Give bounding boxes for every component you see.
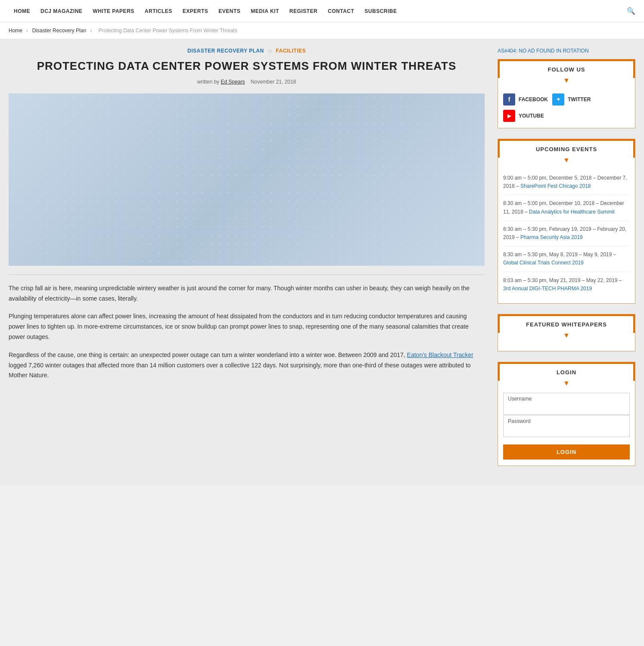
nav-home[interactable]: HOME xyxy=(9,8,35,14)
event-item-2: 8:30 am – 5:00 pm, December 10, 2018 – D… xyxy=(503,195,630,221)
facebook-follow[interactable]: f FACEBOOK xyxy=(503,93,548,106)
events-arrow: ▼ xyxy=(498,157,635,164)
follow-us-arrow: ▼ xyxy=(498,77,635,84)
follow-us-body: f FACEBOOK ✦ TWITTER ▶ YOUTUBE xyxy=(498,84,635,128)
article-paragraph-1: The crisp fall air is here, meaning unpr… xyxy=(9,283,485,304)
follow-us-header: FOLLOW US xyxy=(498,59,635,78)
password-input[interactable] xyxy=(504,425,629,437)
breadcrumb-sep-2: › xyxy=(90,28,92,34)
nav-register[interactable]: REGISTER xyxy=(284,8,323,14)
blackout-tracker-link[interactable]: Eaton's Blackout Tracker xyxy=(407,351,473,358)
upcoming-events-header: UPCOMING EVENTS xyxy=(498,139,635,158)
twitter-follow[interactable]: ✦ TWITTER xyxy=(552,93,591,106)
event-1-link[interactable]: SharePoint Fest Chicago 2018 xyxy=(520,183,591,189)
event-2-link[interactable]: Data Analytics for Healthcare Summit xyxy=(529,209,615,215)
meta-written-by: written by xyxy=(197,79,219,85)
nav-contact[interactable]: CONTACT xyxy=(323,8,359,14)
event-5-time: 8:03 am – 5:30 pm, May 21, 2019 – May 22… xyxy=(503,277,622,283)
password-field-wrap: Password xyxy=(503,415,630,437)
tag-facilities[interactable]: FACILITIES xyxy=(276,48,306,54)
facebook-icon: f xyxy=(503,93,515,106)
sidebar: AS#404: NO AD FOUND IN ROTATION FOLLOW U… xyxy=(498,48,635,476)
twitter-label: TWITTER xyxy=(568,96,591,102)
youtube-label: YOUTUBE xyxy=(519,113,544,119)
whitepapers-body xyxy=(498,339,635,351)
youtube-icon: ▶ xyxy=(503,110,515,122)
event-4-link[interactable]: Global Clinical Trials Connect 2019 xyxy=(503,260,584,266)
article-featured-image xyxy=(9,93,485,266)
event-5-link[interactable]: 3rd Annual DIGI-TECH PHARMA 2019 xyxy=(503,286,592,292)
event-3-link[interactable]: Pharma Security Asia 2019 xyxy=(520,234,583,240)
nav-experts[interactable]: EXPERTS xyxy=(177,8,214,14)
login-button[interactable]: LOGIN xyxy=(503,444,630,460)
follow-us-section: FOLLOW US ▼ f FACEBOOK ✦ TWITTER ▶ YOUTU… xyxy=(498,59,635,128)
article-tags: DISASTER RECOVERY PLAN ◇ FACILITIES xyxy=(9,48,485,54)
featured-whitepapers-section: FEATURED WHITEPAPERS ▼ xyxy=(498,314,635,351)
top-navigation: HOME DCJ MAGAZINE WHITE PAPERS ARTICLES … xyxy=(0,0,644,22)
nav-white-papers[interactable]: WHITE PAPERS xyxy=(87,8,139,14)
main-container: DISASTER RECOVERY PLAN ◇ FACILITIES PROT… xyxy=(0,39,644,485)
article-area: DISASTER RECOVERY PLAN ◇ FACILITIES PROT… xyxy=(9,48,485,476)
tag-separator: ◇ xyxy=(268,48,272,54)
nav-subscribe[interactable]: SUBSCRIBE xyxy=(359,8,402,14)
event-item-3: 8:30 am – 5:30 pm, February 19, 2019 – F… xyxy=(503,221,630,246)
upcoming-events-section: UPCOMING EVENTS ▼ 9:00 am – 5:00 pm, Dec… xyxy=(498,139,635,304)
login-arrow: ▼ xyxy=(498,380,635,387)
meta-date: November 21, 2018 xyxy=(251,79,296,85)
nav-articles[interactable]: ARTICLES xyxy=(140,8,177,14)
youtube-follow[interactable]: ▶ YOUTUBE xyxy=(503,110,544,122)
events-body: 9:00 am – 5:00 pm, December 5, 2018 – De… xyxy=(498,164,635,303)
nav-dcj-magazine[interactable]: DCJ MAGAZINE xyxy=(35,8,87,14)
login-section: LOGIN ▼ Username Password LOGIN xyxy=(498,362,635,466)
article-title: PROTECTING DATA CENTER POWER SYSTEMS FRO… xyxy=(9,59,485,74)
login-body: Username Password LOGIN xyxy=(498,387,635,466)
event-item-4: 8:30 am – 5:30 pm, May 8, 2019 – May 9, … xyxy=(503,246,630,272)
sidebar-ad-text: AS#404: NO AD FOUND IN ROTATION xyxy=(498,48,635,54)
breadcrumb-disaster[interactable]: Disaster Recovery Plan xyxy=(32,28,86,34)
password-label: Password xyxy=(504,416,629,425)
breadcrumb: Home › Disaster Recovery Plan › Protecti… xyxy=(0,22,644,39)
whitepapers-arrow: ▼ xyxy=(498,332,635,339)
facebook-label: FACEBOOK xyxy=(519,96,548,102)
article-body: The crisp fall air is here, meaning unpr… xyxy=(9,283,485,381)
username-label: Username xyxy=(504,393,629,403)
login-header: LOGIN xyxy=(498,362,635,381)
breadcrumb-sep-1: › xyxy=(26,28,28,34)
follow-grid: f FACEBOOK ✦ TWITTER ▶ YOUTUBE xyxy=(503,93,630,122)
username-field-wrap: Username xyxy=(503,393,630,415)
nav-events[interactable]: EVENTS xyxy=(213,8,246,14)
article-paragraph-3: Regardless of the cause, one thing is ce… xyxy=(9,350,485,381)
tag-disaster-recovery[interactable]: DISASTER RECOVERY PLAN xyxy=(187,48,264,54)
search-icon[interactable]: 🔍 xyxy=(627,7,635,15)
article-meta: written by Ed Spears November 21, 2018 xyxy=(9,79,485,85)
article-paragraph-2: Plunging temperatures alone can affect p… xyxy=(9,311,485,342)
nav-media-kit[interactable]: MEDIA KIT xyxy=(246,8,284,14)
paragraph-3-before: Regardless of the cause, one thing is ce… xyxy=(9,351,405,358)
breadcrumb-current: Protecting Data Center Power Systems Fro… xyxy=(99,28,237,34)
event-item-1: 9:00 am – 5:00 pm, December 5, 2018 – De… xyxy=(503,170,630,195)
paragraph-3-after: logged 7,260 winter outages that affecte… xyxy=(9,362,471,379)
meta-author-link[interactable]: Ed Spears xyxy=(221,79,245,85)
event-4-time: 8:30 am – 5:30 pm, May 8, 2019 – May 9, … xyxy=(503,252,616,258)
username-input[interactable] xyxy=(504,403,629,414)
twitter-icon: ✦ xyxy=(552,93,564,106)
article-divider xyxy=(9,274,485,275)
featured-whitepapers-header: FEATURED WHITEPAPERS xyxy=(498,314,635,333)
event-item-5: 8:03 am – 5:30 pm, May 21, 2019 – May 22… xyxy=(503,272,630,297)
breadcrumb-home[interactable]: Home xyxy=(9,28,22,34)
